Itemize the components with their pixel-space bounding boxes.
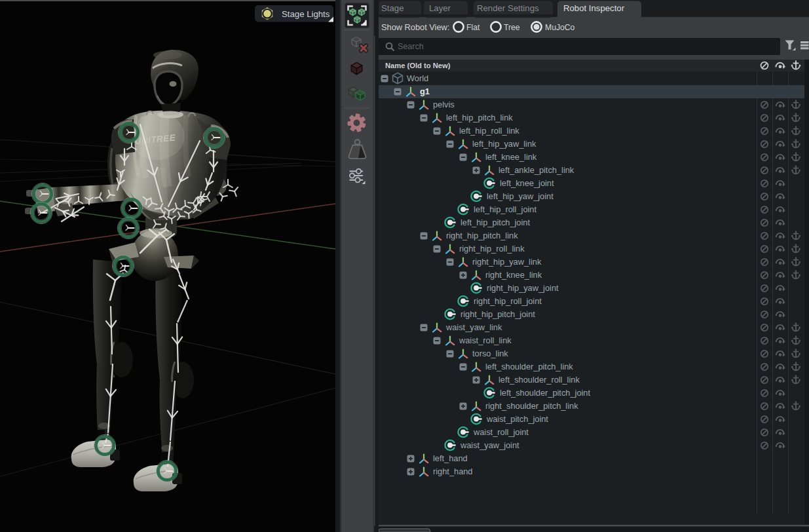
svg-text:left_ankle_pitch_link: left_ankle_pitch_link [499,165,574,175]
svg-text:waist_pitch_joint: waist_pitch_joint [486,414,548,424]
svg-text:right_shoulder_pitch_link: right_shoulder_pitch_link [485,401,578,411]
svg-text:g1: g1 [420,86,430,96]
svg-text:waist_yaw_link: waist_yaw_link [445,322,502,332]
svg-text:Stage Lights: Stage Lights [282,9,330,19]
svg-text:right_hip_yaw_link: right_hip_yaw_link [472,257,542,267]
svg-text:waist_roll_link: waist_roll_link [459,335,512,345]
svg-text:left_hip_roll_link: left_hip_roll_link [459,126,519,136]
svg-text:left_shoulder_pitch_link: left_shoulder_pitch_link [485,362,573,371]
svg-text:right_hand: right_hand [433,466,472,476]
svg-text:Stage: Stage [381,3,404,13]
svg-text:Show Robot View:: Show Robot View: [381,22,449,32]
svg-text:left_hip_yaw_joint: left_hip_yaw_joint [487,191,554,201]
svg-text:right_knee_link: right_knee_link [485,270,542,280]
svg-text:left_shoulder_roll_link: left_shoulder_roll_link [499,375,580,385]
svg-text:right_hip_roll_joint: right_hip_roll_joint [474,296,542,306]
svg-text:Flat: Flat [466,23,480,32]
svg-text:left_hand: left_hand [433,453,468,463]
svg-text:right_hip_pitch_joint: right_hip_pitch_joint [461,309,535,319]
svg-text:left_knee_link: left_knee_link [485,152,537,162]
svg-text:Layer: Layer [429,3,451,13]
svg-text:left_shoulder_pitch_joint: left_shoulder_pitch_joint [500,388,590,398]
svg-text:waist_roll_joint: waist_roll_joint [473,427,529,437]
svg-text:right_hip_yaw_joint: right_hip_yaw_joint [487,283,559,293]
svg-text:torso_link: torso_link [472,349,508,358]
svg-text:right_hip_pitch_link: right_hip_pitch_link [446,231,518,240]
svg-text:left_hip_roll_joint: left_hip_roll_joint [474,204,536,214]
svg-text:World: World [407,73,428,83]
svg-text:Tree: Tree [504,23,520,32]
svg-text:left_hip_yaw_link: left_hip_yaw_link [472,139,536,149]
svg-text:right_hip_roll_link: right_hip_roll_link [459,244,525,254]
svg-text:waist_yaw_joint: waist_yaw_joint [460,440,519,450]
svg-text:Render Settings: Render Settings [477,3,539,13]
svg-text:left_hip_pitch_link: left_hip_pitch_link [446,113,513,123]
svg-text:pelvis: pelvis [433,100,455,109]
svg-text:Search: Search [398,42,424,51]
svg-text:Name (Old to New): Name (Old to New) [385,62,451,69]
svg-text:left_hip_pitch_joint: left_hip_pitch_joint [461,218,530,227]
svg-text:MuJoCo: MuJoCo [545,23,575,32]
svg-text:left_knee_joint: left_knee_joint [500,178,554,188]
svg-text:Robot Inspector: Robot Inspector [563,3,625,13]
